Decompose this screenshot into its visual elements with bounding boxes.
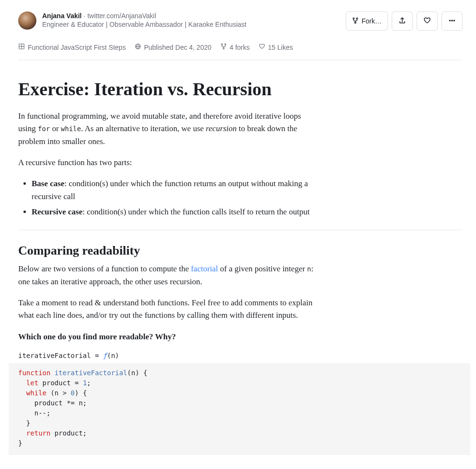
svg-point-12	[221, 44, 222, 45]
svg-point-4	[452, 20, 453, 21]
meta-forks[interactable]: 4 forks	[220, 43, 250, 51]
paragraph-instruction: Take a moment to read & understand both …	[18, 297, 317, 322]
sig-eq: =	[91, 352, 103, 359]
sig-name: iterativeFactorial	[18, 352, 91, 359]
meta-collection[interactable]: Functional JavaScript First Steps	[18, 43, 126, 51]
paragraph-question: Which one do you find more readable? Why…	[18, 331, 317, 343]
parts-list: Base case: condition(s) under which the …	[18, 178, 317, 218]
meta-row: Functional JavaScript First Steps Publis…	[18, 43, 463, 60]
sig-args: (n)	[107, 352, 119, 359]
author-twitter[interactable]: twitter.com/AnjanaVakil	[87, 12, 156, 20]
code-signature: iterativeFactorial = ƒ(n)	[18, 352, 317, 359]
like-button[interactable]	[417, 11, 438, 31]
paragraph-compare: Below are two versions of a function to …	[18, 263, 317, 288]
text: : condition(s) under which the function …	[82, 207, 309, 216]
tok: product =	[38, 379, 83, 387]
svg-point-1	[356, 18, 358, 19]
share-icon	[398, 17, 406, 26]
list-item: Base case: condition(s) under which the …	[32, 178, 317, 203]
paragraph-intro: In functional programming, we avoid muta…	[18, 110, 317, 148]
tok: (n >	[46, 389, 71, 397]
code-while: while	[61, 125, 81, 133]
tok: n--;	[18, 409, 50, 417]
link-factorial[interactable]: factorial	[191, 264, 218, 273]
author-bio: Engineer & Educator | Observable Ambassa…	[42, 20, 247, 29]
tok: ) {	[75, 389, 87, 397]
tok-kw: let	[26, 379, 38, 387]
svg-point-2	[355, 22, 356, 23]
code-block[interactable]: function iterativeFactorial(n) { let pro…	[9, 363, 470, 455]
svg-point-5	[453, 20, 455, 21]
author-name[interactable]: Anjana Vakil	[42, 12, 81, 20]
meta-forks-label: 4 forks	[230, 44, 250, 51]
heart-icon	[259, 43, 265, 51]
tok: ) {	[135, 369, 147, 377]
text: . As an alternative to iteration, we use	[81, 124, 206, 133]
tok: product *= n;	[18, 399, 87, 407]
globe-icon	[135, 43, 141, 51]
svg-point-0	[353, 18, 354, 19]
subtitle: Comparing readability	[18, 244, 317, 258]
meta-collection-label: Functional JavaScript First Steps	[28, 44, 126, 51]
text: : condition(s) under which the function …	[32, 179, 308, 201]
avatar[interactable]	[18, 11, 36, 30]
tok: (	[127, 369, 131, 377]
fork-button[interactable]: Fork…	[346, 11, 388, 31]
tok: }	[18, 439, 22, 447]
more-button[interactable]	[442, 11, 463, 31]
tok: product;	[50, 429, 87, 437]
text: of a given positive integer	[218, 264, 307, 273]
share-button[interactable]	[392, 11, 413, 31]
fork-label: Fork…	[362, 17, 382, 25]
meta-likes[interactable]: 15 Likes	[259, 43, 293, 51]
tok: ;	[87, 379, 91, 387]
heart-icon	[423, 17, 431, 26]
paragraph-parts: A recursive function has two parts:	[18, 156, 317, 169]
svg-point-14	[223, 48, 224, 49]
svg-point-3	[449, 20, 451, 21]
meta-likes-label: 15 Likes	[268, 44, 293, 51]
em-recursion: recursion	[206, 124, 237, 133]
section-divider	[18, 230, 463, 230]
tok: }	[18, 419, 30, 427]
fork-icon	[220, 43, 227, 51]
tok-fn: iterativeFactorial	[55, 369, 127, 377]
tok-kw: return	[26, 429, 51, 437]
list-item: Recursive case: condition(s) under which…	[32, 206, 317, 218]
code-for: for	[38, 125, 50, 133]
collection-icon	[18, 43, 25, 51]
term-recursive: Recursive case	[32, 207, 82, 216]
meta-published-label: Published Dec 4, 2020	[144, 44, 212, 51]
tok-num: 0	[71, 389, 75, 397]
more-icon	[448, 17, 456, 26]
author-block: Anjana Vakil·twitter.com/AnjanaVakil Eng…	[18, 11, 247, 30]
code-n: n	[307, 265, 311, 273]
svg-point-13	[225, 44, 226, 45]
tok-kw: function	[18, 369, 50, 377]
text: or	[50, 124, 61, 133]
meta-published: Published Dec 4, 2020	[135, 43, 212, 51]
term-base: Base case	[32, 179, 64, 188]
separator-dot: ·	[81, 12, 87, 20]
fork-icon	[352, 17, 359, 25]
tok-kw: while	[26, 389, 46, 397]
page-title: Exercise: Iteration vs. Recursion	[18, 78, 317, 100]
text-bold: Which one do you find more readable? Why…	[18, 332, 176, 341]
action-bar: Fork…	[346, 11, 463, 31]
text: Below are two versions of a function to …	[18, 264, 191, 273]
